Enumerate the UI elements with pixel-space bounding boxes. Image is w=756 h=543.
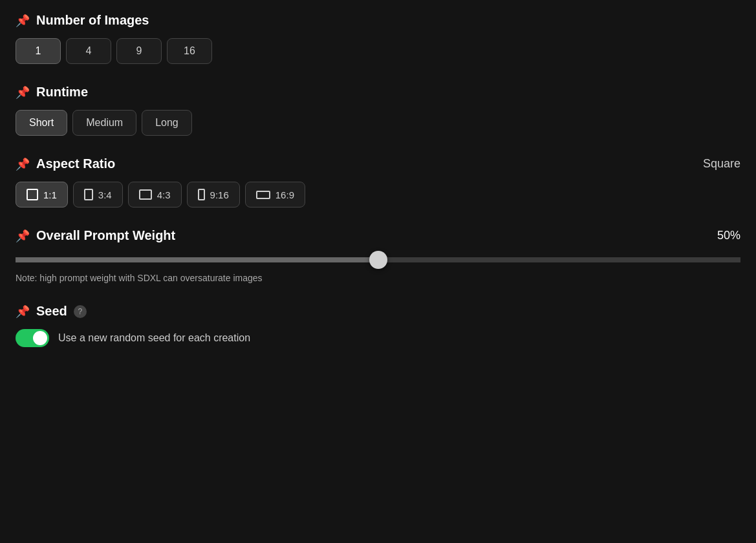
- pin-icon-seed: 📌: [16, 304, 30, 319]
- aspect-label-4-3: 4:3: [157, 189, 171, 200]
- prompt-weight-slider[interactable]: [16, 257, 740, 262]
- aspect-ratio-title: Aspect Ratio: [36, 156, 115, 171]
- images-option-1[interactable]: 1: [16, 38, 61, 64]
- aspect-label-16-9: 16:9: [275, 189, 294, 200]
- runtime-section: 📌 Runtime Short Medium Long: [16, 85, 740, 136]
- prompt-weight-header-left: 📌 Overall Prompt Weight: [16, 228, 175, 243]
- aspect-label-1-1: 1:1: [43, 189, 57, 200]
- aspect-option-1-1[interactable]: 1:1: [16, 182, 68, 208]
- prompt-weight-section: 📌 Overall Prompt Weight 50% Note: high p…: [16, 228, 740, 283]
- seed-help-icon[interactable]: ?: [74, 305, 87, 318]
- aspect-label-9-16: 9:16: [210, 189, 229, 200]
- seed-toggle-slider: [16, 329, 49, 347]
- aspect-icon-3-4: [84, 189, 93, 200]
- seed-title: Seed: [36, 304, 67, 319]
- runtime-option-long[interactable]: Long: [142, 110, 192, 136]
- aspect-icon-9-16: [198, 189, 205, 200]
- prompt-weight-value: 50%: [717, 229, 740, 242]
- prompt-weight-slider-container: [16, 253, 740, 265]
- aspect-ratio-header-row: 📌 Aspect Ratio Square: [16, 156, 740, 171]
- seed-header: 📌 Seed ?: [16, 304, 740, 319]
- pin-icon-aspect: 📌: [16, 157, 30, 171]
- number-of-images-header: 📌 Number of Images: [16, 13, 740, 28]
- aspect-option-9-16[interactable]: 9:16: [187, 182, 240, 208]
- pin-icon-weight: 📌: [16, 229, 30, 243]
- slider-note-label: Note:: [16, 273, 37, 283]
- prompt-weight-title: Overall Prompt Weight: [36, 228, 175, 243]
- runtime-options: Short Medium Long: [16, 110, 740, 136]
- aspect-ratio-section: 📌 Aspect Ratio Square 1:1 3:4 4:3 9:16 1…: [16, 156, 740, 208]
- slider-note-text: high prompt weight with SDXL can oversat…: [39, 273, 262, 283]
- number-of-images-title: Number of Images: [36, 13, 149, 28]
- seed-toggle-label: Use a new random seed for each creation: [58, 332, 250, 344]
- number-of-images-options: 1 4 9 16: [16, 38, 740, 64]
- seed-section: 📌 Seed ? Use a new random seed for each …: [16, 304, 740, 347]
- runtime-option-short[interactable]: Short: [16, 110, 67, 136]
- aspect-ratio-options: 1:1 3:4 4:3 9:16 16:9: [16, 182, 740, 208]
- aspect-icon-1-1: [27, 189, 38, 200]
- seed-toggle[interactable]: [16, 329, 49, 347]
- aspect-icon-4-3: [139, 189, 152, 200]
- aspect-ratio-header-left: 📌 Aspect Ratio: [16, 156, 115, 171]
- images-option-9[interactable]: 9: [116, 38, 162, 64]
- images-option-4[interactable]: 4: [66, 38, 111, 64]
- pin-icon-runtime: 📌: [16, 85, 30, 100]
- number-of-images-section: 📌 Number of Images 1 4 9 16: [16, 13, 740, 64]
- runtime-header: 📌 Runtime: [16, 85, 740, 100]
- prompt-weight-header-row: 📌 Overall Prompt Weight 50%: [16, 228, 740, 243]
- aspect-label-3-4: 3:4: [98, 189, 112, 200]
- aspect-option-16-9[interactable]: 16:9: [245, 182, 305, 208]
- runtime-option-medium[interactable]: Medium: [72, 110, 136, 136]
- prompt-weight-note: Note: high prompt weight with SDXL can o…: [16, 273, 740, 283]
- aspect-ratio-current-label: Square: [703, 157, 740, 171]
- aspect-icon-16-9: [256, 191, 270, 199]
- images-option-16[interactable]: 16: [167, 38, 212, 64]
- seed-toggle-row: Use a new random seed for each creation: [16, 329, 740, 347]
- runtime-title: Runtime: [36, 85, 88, 100]
- pin-icon-images: 📌: [16, 14, 30, 28]
- aspect-option-3-4[interactable]: 3:4: [73, 182, 123, 208]
- aspect-option-4-3[interactable]: 4:3: [128, 182, 182, 208]
